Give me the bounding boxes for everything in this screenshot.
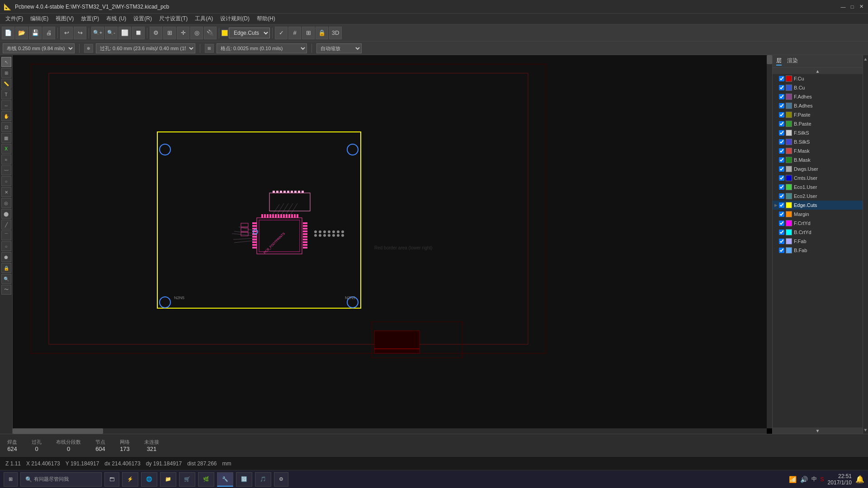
zoom-area-button[interactable]: 🔲 [132, 27, 145, 39]
layer-checkbox[interactable] [779, 166, 784, 172]
layer-row[interactable]: Margin [773, 210, 863, 219]
layer-row[interactable]: F.Fab [773, 237, 863, 246]
layer-checkbox[interactable] [779, 221, 784, 226]
h-scroll-thumb[interactable] [13, 428, 103, 434]
minimize-button[interactable]: — [840, 4, 846, 10]
layer-row[interactable]: B.Fab [773, 246, 863, 255]
layer-row[interactable]: F.Mask [773, 146, 863, 155]
menu-item[interactable]: 工具(A) [191, 14, 217, 23]
layer-checkbox[interactable] [779, 139, 784, 145]
grid-settings-button[interactable]: ⊞ [205, 44, 214, 53]
zoom-in-button[interactable]: 🔍+ [91, 27, 104, 39]
layer-row[interactable]: B.Paste [773, 119, 863, 128]
open-button[interactable]: 📂 [15, 27, 28, 39]
taskbar-ie-icon[interactable]: 🌐 [141, 472, 157, 487]
close-button[interactable]: ✕ [858, 4, 864, 10]
polygon-tool[interactable]: ⬟ [1, 252, 11, 262]
panel-scroll-down[interactable]: ▼ [773, 427, 863, 434]
setup-button[interactable]: ⚙ [150, 27, 162, 39]
origin-button[interactable]: ✛ [177, 27, 189, 39]
measure-tool[interactable]: 📏 [1, 79, 11, 89]
menu-item[interactable]: 编辑(E) [27, 14, 52, 23]
layer-row[interactable]: F.CrtYd [773, 219, 863, 228]
add-via-tool[interactable]: ○ [1, 176, 11, 186]
taskbar-app1-icon[interactable]: 🌿 [198, 472, 214, 487]
layer-row[interactable]: Dwgs.User [773, 164, 863, 174]
layer-checkbox[interactable] [779, 239, 784, 244]
zoom-out-button[interactable]: 🔍- [105, 27, 118, 39]
layer-checkbox[interactable] [779, 130, 784, 136]
circle-tool[interactable]: ○ [1, 241, 11, 251]
layer-row[interactable]: B.Cu [773, 83, 863, 92]
layer-row[interactable]: Eco1.User [773, 183, 863, 192]
3d-button[interactable]: 3D [329, 27, 342, 39]
layer-row[interactable]: F.SilkS [773, 128, 863, 137]
layer-checkbox[interactable] [779, 193, 784, 199]
taskbar-media-icon[interactable]: 🎵 [255, 472, 271, 487]
arc-tool[interactable]: ⌒ [1, 230, 11, 240]
vertical-scrollbar[interactable] [767, 55, 772, 428]
layer-checkbox[interactable] [779, 184, 784, 190]
taskbar-time[interactable]: 22:51 2017/1/10 [828, 473, 852, 486]
via-size-select[interactable]: 过孔: 0.60 mm (23.6 mils)/ 0.40 mm (15.7 m… [96, 43, 195, 53]
tab-layers[interactable]: 层 [776, 57, 782, 66]
panel-scroll-down-arrow[interactable]: ▼ [862, 426, 868, 434]
zoom-fit-button[interactable]: ⬜ [118, 27, 131, 39]
inspect-tool[interactable]: 🔍 [1, 274, 11, 284]
start-button[interactable]: ⊞ [4, 472, 18, 487]
layer-row[interactable]: B.Mask [773, 155, 863, 164]
menu-item[interactable]: 布线 (U) [103, 14, 130, 23]
lock-footprint-tool[interactable]: 🔒 [1, 263, 11, 273]
pad-tool[interactable]: ⬤ [1, 209, 11, 219]
canvas-area[interactable]: N2N5 N2N5 [13, 55, 772, 434]
layer-checkbox[interactable] [779, 85, 784, 90]
save-button[interactable]: 💾 [29, 27, 42, 39]
layer-row[interactable]: B.CrtYd [773, 228, 863, 237]
menu-item[interactable]: 帮助(H) [253, 14, 279, 23]
taskbar-explorer-icon[interactable]: 📁 [160, 472, 176, 487]
route-track-tool[interactable]: X [1, 144, 11, 154]
spread-footprints-button[interactable]: ⊞ [302, 27, 315, 39]
drag-tool[interactable]: ✋ [1, 111, 11, 121]
drc-button[interactable]: ✓ [275, 27, 288, 39]
select-tool[interactable]: ↖ [1, 57, 11, 67]
menu-item[interactable]: 设计规则(D) [217, 14, 253, 23]
maximize-button[interactable]: □ [849, 4, 855, 10]
layer-checkbox[interactable] [779, 202, 784, 208]
layer-checkbox[interactable] [779, 248, 784, 253]
notification-icon[interactable]: 🔔 [855, 475, 864, 483]
layer-checkbox[interactable] [779, 230, 784, 235]
print-button[interactable]: 🖨 [42, 27, 55, 39]
layer-row[interactable]: F.Paste [773, 110, 863, 119]
layer-checkbox[interactable] [779, 175, 784, 181]
layer-checkbox[interactable] [779, 148, 784, 154]
undo-button[interactable]: ↩ [60, 27, 73, 39]
taskbar-pcbnew-icon[interactable]: 🔧 [217, 472, 233, 487]
layer-checkbox[interactable] [779, 94, 784, 99]
taskbar-edge-icon[interactable]: ⚡ [122, 472, 138, 487]
new-button[interactable]: 📄 [2, 27, 14, 39]
dimension-tool[interactable]: ↔ [1, 100, 11, 110]
layer-row[interactable]: ▶Edge.Cuts [773, 201, 863, 210]
tab-render[interactable]: 渲染 [787, 57, 798, 66]
tune-length-tool[interactable]: 〰 [1, 165, 11, 175]
grid-button[interactable]: ⊞ [163, 27, 176, 39]
route-diff-pair-tool[interactable]: ≈ [1, 155, 11, 164]
horizontal-scrollbar[interactable] [13, 428, 767, 434]
panel-scroll-up[interactable]: ▲ [773, 68, 863, 74]
line-tool[interactable]: ╱ [1, 220, 11, 230]
zone-tool[interactable]: ▦ [1, 133, 11, 143]
line-width-select[interactable]: 布线 0.250 mm (9.84 mils) [3, 43, 75, 53]
grid-tool[interactable]: ⊞ [1, 68, 11, 78]
polar-button[interactable]: ◎ [190, 27, 203, 39]
netlist-button[interactable]: 🔌 [204, 27, 217, 39]
highlight-net-tool[interactable]: ◎ [1, 198, 11, 208]
search-button[interactable]: 🔍 有问题尽管问我 [20, 472, 102, 487]
v-scroll-thumb[interactable] [767, 55, 772, 64]
layer-select[interactable]: Edge.Cuts F.Cu B.Cu [229, 28, 270, 38]
layer-row[interactable]: B.Adhes [773, 101, 863, 110]
delete-tool[interactable]: ✕ [1, 187, 11, 197]
menu-item[interactable]: 放置(P) [77, 14, 103, 23]
layer-checkbox[interactable] [779, 211, 784, 217]
lock-button[interactable]: 🔒 [316, 27, 328, 39]
